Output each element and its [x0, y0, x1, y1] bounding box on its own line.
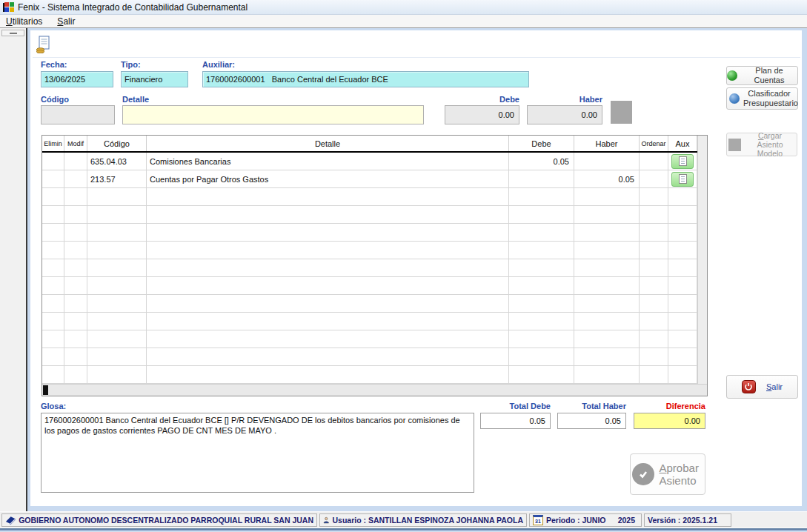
cell-detalle[interactable]: Comisiones Bancarias: [147, 153, 509, 170]
header-detalle[interactable]: Detalle: [147, 136, 509, 151]
cell-ordenar[interactable]: [640, 366, 668, 384]
total-debe-input[interactable]: 0.05: [480, 413, 551, 429]
cell-haber[interactable]: [574, 242, 640, 259]
cell-haber[interactable]: [574, 366, 640, 384]
cell-haber[interactable]: [574, 206, 640, 224]
cell-detalle[interactable]: [147, 224, 509, 242]
cell-codigo[interactable]: [87, 188, 147, 206]
table-row[interactable]: [42, 206, 707, 224]
cell-debe[interactable]: [509, 188, 574, 206]
cell-codigo[interactable]: [87, 313, 147, 330]
cell-codigo[interactable]: [87, 348, 147, 366]
table-vertical-scrollbar[interactable]: [697, 136, 707, 384]
cell-codigo[interactable]: [87, 366, 147, 384]
debe-input[interactable]: 0.00: [445, 105, 519, 124]
plan-de-cuentas-button[interactable]: Plan de Cuentas: [726, 66, 798, 85]
total-haber-input[interactable]: 0.05: [557, 413, 626, 429]
cell-ordenar[interactable]: [640, 295, 668, 313]
clasificador-presupuestario-button[interactable]: Clasificador Presupuestario: [726, 87, 798, 110]
menu-salir[interactable]: Salir: [57, 16, 75, 27]
cell-elimin[interactable]: [42, 206, 64, 224]
cell-debe[interactable]: [509, 206, 574, 224]
table-row[interactable]: [42, 313, 707, 330]
table-row[interactable]: [42, 259, 707, 277]
cell-modif[interactable]: [64, 330, 87, 348]
cell-codigo[interactable]: [87, 242, 147, 259]
cell-ordenar[interactable]: [640, 259, 668, 277]
cell-modif[interactable]: [64, 242, 87, 259]
cell-detalle[interactable]: [147, 348, 509, 366]
menu-utilitarios[interactable]: Utilitarios: [6, 16, 42, 27]
cell-ordenar[interactable]: [640, 242, 668, 259]
cell-debe[interactable]: [509, 313, 574, 330]
cell-elimin[interactable]: [42, 153, 64, 170]
table-horizontal-scrollbar[interactable]: [42, 384, 707, 396]
tipo-input[interactable]: Financiero: [121, 71, 188, 87]
cell-haber[interactable]: 0.05: [574, 170, 640, 188]
header-aux[interactable]: Aux: [668, 136, 697, 151]
cell-detalle[interactable]: [147, 330, 509, 348]
cell-ordenar[interactable]: [640, 277, 668, 295]
scrollbar-thumb[interactable]: [43, 385, 48, 395]
cell-haber[interactable]: [574, 313, 640, 330]
table-row[interactable]: [42, 295, 707, 313]
cell-haber[interactable]: [574, 259, 640, 277]
cell-detalle[interactable]: Cuentas por Pagar Otros Gastos: [147, 170, 509, 188]
cell-ordenar[interactable]: [640, 153, 668, 170]
cell-modif[interactable]: [64, 313, 87, 330]
cell-haber[interactable]: [574, 330, 640, 348]
codigo-input[interactable]: [41, 105, 115, 124]
cell-haber[interactable]: [574, 295, 640, 313]
table-row[interactable]: 635.04.03Comisiones Bancarias0.05: [42, 153, 707, 170]
cell-detalle[interactable]: [147, 242, 509, 259]
cell-detalle[interactable]: [147, 313, 509, 330]
cell-modif[interactable]: [64, 206, 87, 224]
table-row[interactable]: 213.57Cuentas por Pagar Otros Gastos0.05: [42, 170, 707, 188]
cell-elimin[interactable]: [42, 366, 64, 384]
entry-action-button[interactable]: [611, 101, 632, 124]
cell-debe[interactable]: [509, 259, 574, 277]
cell-codigo[interactable]: [87, 224, 147, 242]
table-row[interactable]: [42, 242, 707, 259]
cell-debe[interactable]: 0.05: [509, 153, 574, 170]
cell-detalle[interactable]: [147, 295, 509, 313]
cell-detalle[interactable]: [147, 206, 509, 224]
cell-codigo[interactable]: [87, 259, 147, 277]
cell-ordenar[interactable]: [640, 348, 668, 366]
cell-modif[interactable]: [64, 295, 87, 313]
cell-debe[interactable]: [509, 170, 574, 188]
cell-elimin[interactable]: [42, 277, 64, 295]
cell-haber[interactable]: [574, 277, 640, 295]
header-elimin[interactable]: Elimin: [42, 136, 64, 151]
aux-button[interactable]: [671, 172, 694, 187]
cell-debe[interactable]: [509, 348, 574, 366]
table-row[interactable]: [42, 224, 707, 242]
cell-elimin[interactable]: [42, 224, 64, 242]
cell-detalle[interactable]: [147, 259, 509, 277]
aprobar-asiento-button[interactable]: Aprobar Asiento: [630, 453, 705, 495]
table-row[interactable]: [42, 366, 707, 384]
cell-debe[interactable]: [509, 330, 574, 348]
cell-debe[interactable]: [509, 242, 574, 259]
cell-codigo[interactable]: 213.57: [87, 170, 147, 188]
cell-haber[interactable]: [574, 188, 640, 206]
cell-elimin[interactable]: [42, 259, 64, 277]
cell-modif[interactable]: [64, 153, 87, 170]
cell-modif[interactable]: [64, 188, 87, 206]
cell-debe[interactable]: [509, 224, 574, 242]
cell-haber[interactable]: [574, 153, 640, 170]
header-codigo[interactable]: Código: [87, 136, 147, 151]
glosa-textarea[interactable]: 1760002600001 Banco Central del Ecuador …: [41, 413, 474, 493]
table-row[interactable]: [42, 330, 707, 348]
haber-input[interactable]: 0.00: [527, 105, 602, 124]
cell-ordenar[interactable]: [640, 206, 668, 224]
aux-button[interactable]: [671, 154, 694, 169]
cell-modif[interactable]: [64, 366, 87, 384]
header-modif[interactable]: Modif: [64, 136, 87, 151]
cell-elimin[interactable]: [42, 330, 64, 348]
cell-codigo[interactable]: 635.04.03: [87, 153, 147, 170]
cell-debe[interactable]: [509, 277, 574, 295]
cell-elimin[interactable]: [42, 348, 64, 366]
cell-ordenar[interactable]: [640, 313, 668, 330]
cell-modif[interactable]: [64, 277, 87, 295]
